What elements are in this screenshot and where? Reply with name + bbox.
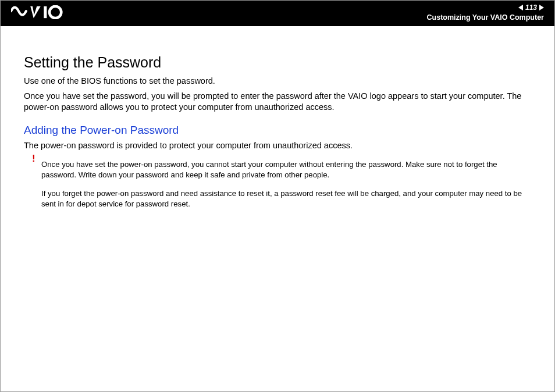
page-content: Setting the Password Use one of the BIOS… <box>1 26 554 229</box>
intro-paragraph-2: Once you have set the password, you will… <box>24 91 531 113</box>
warning-icon: ! <box>32 153 35 165</box>
header-right: 113 Customizing Your VAIO Computer <box>427 2 544 22</box>
prev-page-icon[interactable] <box>518 5 523 10</box>
warning-block: ! Once you have set the power-on passwor… <box>24 159 531 209</box>
page-title: Setting the Password <box>24 54 531 71</box>
warning-paragraph-2: If you forget the power-on password and … <box>41 188 531 209</box>
next-page-icon[interactable] <box>539 5 544 10</box>
vaio-logo-icon <box>11 5 81 22</box>
svg-marker-0 <box>30 6 41 18</box>
page-header: 113 Customizing Your VAIO Computer <box>1 1 554 26</box>
intro-paragraph-1: Use one of the BIOS functions to set the… <box>24 76 531 87</box>
header-section-title: Customizing Your VAIO Computer <box>427 13 544 22</box>
svg-rect-1 <box>44 6 47 18</box>
svg-point-2 <box>49 6 61 18</box>
page-navigation: 113 <box>518 3 544 12</box>
page-number: 113 <box>525 3 537 12</box>
warning-paragraph-1: Once you have set the power-on password,… <box>41 159 531 180</box>
document-page: 113 Customizing Your VAIO Computer Setti… <box>0 0 555 392</box>
sub-intro-paragraph: The power-on password is provided to pro… <box>24 140 531 152</box>
section-subheading: Adding the Power-on Password <box>24 124 531 137</box>
